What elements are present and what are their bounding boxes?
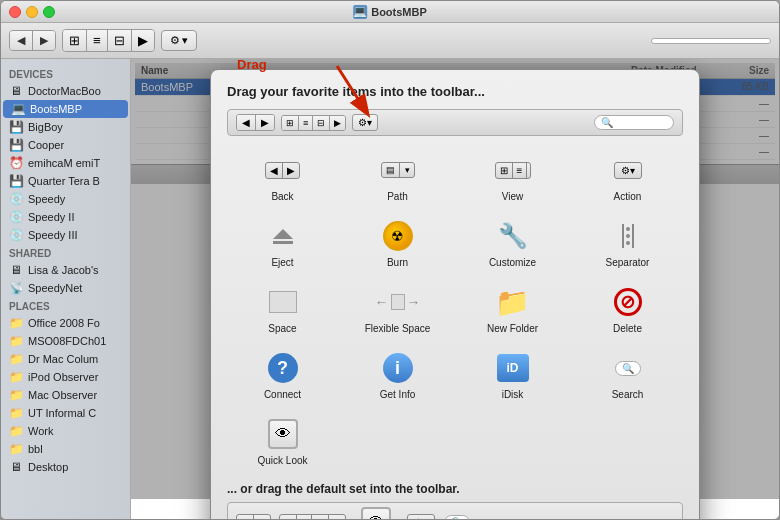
main-toolbar: ◀ ▶ ⊞ ≡ ⊟ ▶ ⚙ ▾ xyxy=(1,23,779,59)
back-button[interactable]: ◀ xyxy=(10,31,33,50)
delete-icon: ⊘ xyxy=(610,284,646,320)
search-label: Search xyxy=(612,389,644,400)
customize-dialog: Drag your favorite items into the toolba… xyxy=(210,69,700,519)
dialog-title: Drag your favorite items into the toolba… xyxy=(227,84,683,99)
quick-look-icon: 👁 xyxy=(265,416,301,452)
sidebar-item-doctormacboo[interactable]: 🖥 DoctorMacBoo xyxy=(1,82,130,100)
folder-icon-3: 📁 xyxy=(9,352,23,366)
path-icon: ▤ ▾ xyxy=(380,152,416,188)
mini-gear-button[interactable]: ⚙▾ xyxy=(352,114,378,131)
customize-icon: 🔧 xyxy=(495,218,531,254)
gear-dropdown-arrow: ▾ xyxy=(182,34,188,47)
delete-label: Delete xyxy=(613,323,642,334)
default-view-item[interactable]: ⊞ ≡ ⊟ ▶ View xyxy=(279,514,346,520)
grid-item-eject[interactable]: Eject xyxy=(227,212,338,274)
get-info-icon: i xyxy=(380,350,416,386)
grid-item-flexible-space[interactable]: ← → Flexible Space xyxy=(342,278,453,340)
icon-view-button[interactable]: ⊞ xyxy=(63,30,87,51)
sidebar-item-bigboy[interactable]: 💾 BigBoy xyxy=(1,118,130,136)
folder-icon-5: 📁 xyxy=(9,388,23,402)
mini-icon-view[interactable]: ⊞ xyxy=(282,116,299,130)
sidebar-item-speedynet[interactable]: 📡 SpeedyNet xyxy=(1,279,130,297)
sidebar-item-speedy-iii[interactable]: 💿 Speedy III xyxy=(1,226,130,244)
default-back-icon: ◀ ▶ xyxy=(236,514,271,520)
idisk-label: iDisk xyxy=(502,389,524,400)
action-icon: ⚙▾ xyxy=(610,152,646,188)
minimize-button[interactable] xyxy=(26,6,38,18)
new-folder-label: New Folder xyxy=(487,323,538,334)
mini-back-btn[interactable]: ◀ xyxy=(237,115,256,130)
mini-column-view[interactable]: ⊟ xyxy=(313,116,330,130)
sidebar-item-bootsMBP[interactable]: 💻 BootsMBP xyxy=(3,100,128,118)
grid-item-separator[interactable]: Separator xyxy=(572,212,683,274)
grid-item-back[interactable]: ◀ ▶ Back xyxy=(227,146,338,208)
grid-item-connect[interactable]: ? Connect xyxy=(227,344,338,406)
mini-list-view[interactable]: ≡ xyxy=(299,116,313,130)
title-bar: 💻 BootsMBP xyxy=(1,1,779,23)
drag-label: Drag xyxy=(237,59,267,72)
sidebar-item-mac-observer[interactable]: 📁 Mac Observer xyxy=(1,386,130,404)
coverflow-view-button[interactable]: ▶ xyxy=(132,30,154,51)
grid-item-quick-look[interactable]: 👁 Quick Look xyxy=(227,410,338,472)
close-button[interactable] xyxy=(9,6,21,18)
path-label: Path xyxy=(387,191,408,202)
default-action-item[interactable]: ⚙▾ Action xyxy=(407,514,435,520)
list-view-button[interactable]: ≡ xyxy=(87,30,108,51)
default-search-icon: 🔍 xyxy=(444,515,470,520)
grid-item-view[interactable]: ⊞ ≡ ⊟ ▶ View xyxy=(457,146,568,208)
default-toolbar: ◀ ▶ Back ⊞ ≡ ⊟ ▶ xyxy=(227,502,683,519)
places-section-label: PLACES xyxy=(1,297,130,314)
window-icon: 💻 xyxy=(353,5,367,19)
gear-icon: ⚙ xyxy=(170,34,180,47)
new-folder-icon: 📁 xyxy=(495,284,531,320)
time-machine-icon: ⏰ xyxy=(9,156,23,170)
sidebar-item-work[interactable]: 📁 Work xyxy=(1,422,130,440)
devices-section-label: DEVICES xyxy=(1,65,130,82)
search-box[interactable] xyxy=(651,38,771,44)
laptop-icon: 💻 xyxy=(11,102,25,116)
sidebar-item-desktop[interactable]: 🖥 Desktop xyxy=(1,458,130,476)
network-icon-2: 📡 xyxy=(9,281,23,295)
sidebar-item-bbl[interactable]: 📁 bbl xyxy=(1,440,130,458)
sidebar-item-ut[interactable]: 📁 UT Informal C xyxy=(1,404,130,422)
separator-label: Separator xyxy=(606,257,650,268)
sidebar-item-mso08[interactable]: 📁 MSO08FDCh01 xyxy=(1,332,130,350)
grid-item-delete[interactable]: ⊘ Delete xyxy=(572,278,683,340)
mini-forward-btn[interactable]: ▶ xyxy=(256,115,274,130)
grid-item-idisk[interactable]: iD iDisk xyxy=(457,344,568,406)
sidebar-item-dr-mac[interactable]: 📁 Dr Mac Colum xyxy=(1,350,130,368)
mini-cover-view[interactable]: ▶ xyxy=(330,116,345,130)
default-search-item[interactable]: 🔍 Search xyxy=(443,515,472,520)
sidebar-item-ipod[interactable]: 📁 iPod Observer xyxy=(1,368,130,386)
grid-item-action[interactable]: ⚙▾ Action xyxy=(572,146,683,208)
sidebar-item-speedy[interactable]: 💿 Speedy xyxy=(1,190,130,208)
burn-icon: ☢ xyxy=(380,218,416,254)
computer-icon: 🖥 xyxy=(9,84,23,98)
zoom-button[interactable] xyxy=(43,6,55,18)
grid-item-get-info[interactable]: i Get Info xyxy=(342,344,453,406)
network-icon: 🖥 xyxy=(9,263,23,277)
column-view-button[interactable]: ⊟ xyxy=(108,30,132,51)
grid-item-search[interactable]: 🔍 Search xyxy=(572,344,683,406)
default-quicklook-item[interactable]: 👁 Quick Look xyxy=(354,507,399,519)
grid-item-space[interactable]: Space xyxy=(227,278,338,340)
sidebar-item-cooper[interactable]: 💾 Cooper xyxy=(1,136,130,154)
sidebar-item-lisa-jacob[interactable]: 🖥 Lisa & Jacob's xyxy=(1,261,130,279)
eject-icon xyxy=(265,218,301,254)
sidebar-item-speedy-ii[interactable]: 💿 Speedy II xyxy=(1,208,130,226)
grid-item-new-folder[interactable]: 📁 New Folder xyxy=(457,278,568,340)
grid-item-path[interactable]: ▤ ▾ Path xyxy=(342,146,453,208)
dialog-toolbar-preview: ◀ ▶ ⊞ ≡ ⊟ ▶ ⚙▾ 🔍 xyxy=(227,109,683,136)
action-label: Action xyxy=(614,191,642,202)
disk-icon-3: 💾 xyxy=(9,174,23,188)
sidebar-item-office[interactable]: 📁 Office 2008 Fo xyxy=(1,314,130,332)
default-back-item[interactable]: ◀ ▶ Back xyxy=(236,514,271,520)
sidebar-item-emihcam[interactable]: ⏰ emihcaM emiT xyxy=(1,154,130,172)
grid-item-burn[interactable]: ☢ Burn xyxy=(342,212,453,274)
mini-search-field[interactable]: 🔍 xyxy=(594,115,674,130)
folder-icon-2: 📁 xyxy=(9,334,23,348)
sidebar-item-quarter-tera[interactable]: 💾 Quarter Tera B xyxy=(1,172,130,190)
forward-button[interactable]: ▶ xyxy=(33,31,55,50)
action-gear-button[interactable]: ⚙ ▾ xyxy=(161,30,197,51)
grid-item-customize[interactable]: 🔧 Customize xyxy=(457,212,568,274)
